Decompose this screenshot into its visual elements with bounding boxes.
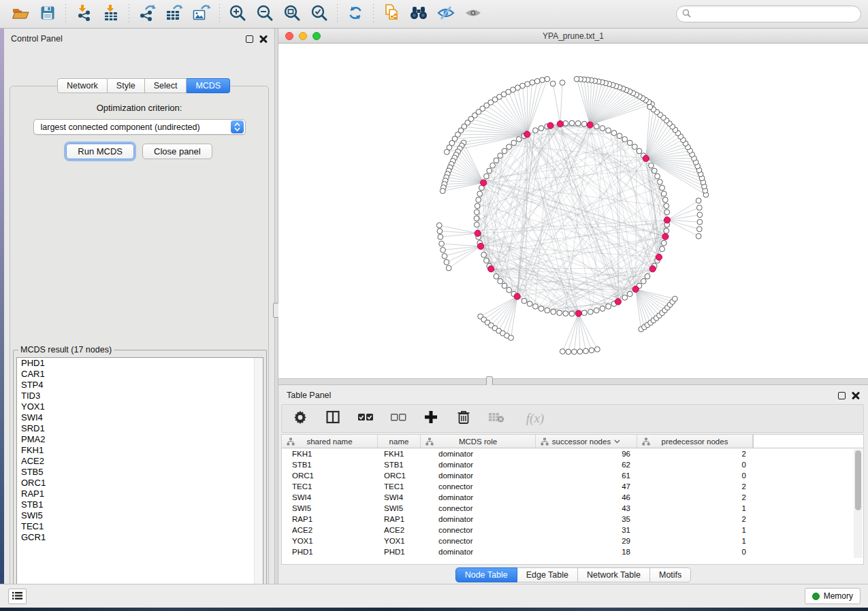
- unselect-all-button[interactable]: [389, 410, 407, 427]
- mcds-result-item[interactable]: GCR1: [17, 532, 263, 543]
- graph-node[interactable]: [600, 306, 605, 312]
- graph-mcds-node[interactable]: [643, 155, 649, 161]
- graph-node[interactable]: [574, 76, 579, 82]
- tab-node-table[interactable]: Node Table: [455, 567, 517, 582]
- graph-node[interactable]: [652, 168, 657, 174]
- graph-mcds-node[interactable]: [524, 131, 530, 137]
- table-row[interactable]: STB1STB1dominator620: [282, 459, 863, 470]
- delete-row-button[interactable]: [455, 410, 472, 427]
- mcds-result-item[interactable]: RAP1: [17, 489, 263, 499]
- graph-node[interactable]: [533, 128, 539, 133]
- graph-node[interactable]: [606, 303, 611, 309]
- graph-node[interactable]: [566, 349, 571, 354]
- graph-node[interactable]: [594, 124, 599, 129]
- graph-node[interactable]: [577, 349, 583, 354]
- graph-node[interactable]: [502, 148, 507, 154]
- float-panel-icon[interactable]: [838, 392, 846, 399]
- graph-node[interactable]: [569, 311, 575, 316]
- column-header-MCDS-role[interactable]: MCDS role: [421, 435, 536, 448]
- table-row[interactable]: SWI4SWI4dominator462: [282, 492, 863, 503]
- mcds-result-item[interactable]: STB1: [17, 499, 263, 510]
- graph-node[interactable]: [540, 78, 545, 83]
- graph-mcds-node[interactable]: [557, 120, 563, 127]
- graph-node[interactable]: [444, 149, 449, 154]
- column-header-shared-name[interactable]: shared name: [282, 435, 378, 448]
- optimization-criterion-dropdown[interactable]: largest connected component (undirected): [33, 119, 246, 135]
- graph-node[interactable]: [490, 163, 496, 168]
- close-panel-icon[interactable]: [259, 35, 268, 43]
- graph-node[interactable]: [697, 212, 703, 218]
- column-header-predecessor-nodes[interactable]: predecessor nodes: [637, 435, 753, 448]
- graph-node[interactable]: [516, 137, 521, 142]
- graph-node[interactable]: [589, 348, 594, 353]
- show-all-button[interactable]: [460, 3, 487, 26]
- graph-node[interactable]: [581, 310, 587, 316]
- graph-node[interactable]: [569, 120, 575, 126]
- graph-node[interactable]: [494, 158, 499, 163]
- graph-node[interactable]: [660, 246, 665, 252]
- graph-node[interactable]: [611, 131, 617, 136]
- graph-mcds-node[interactable]: [488, 266, 494, 272]
- graph-node[interactable]: [440, 247, 446, 252]
- run-mcds-button[interactable]: Run MCDS: [66, 144, 134, 159]
- graph-node[interactable]: [509, 335, 514, 341]
- horizontal-splitter[interactable]: [278, 378, 868, 385]
- graph-node[interactable]: [600, 126, 605, 131]
- graph-mcds-node[interactable]: [632, 286, 639, 292]
- graph-node[interactable]: [622, 137, 628, 142]
- network-view-canvas[interactable]: [278, 44, 868, 378]
- graph-node[interactable]: [575, 120, 581, 126]
- tab-select[interactable]: Select: [145, 78, 187, 93]
- hide-selected-button[interactable]: [432, 3, 460, 26]
- graph-node[interactable]: [560, 80, 565, 86]
- graph-node[interactable]: [527, 301, 532, 307]
- find-button[interactable]: [405, 3, 432, 26]
- graph-mcds-node[interactable]: [481, 180, 487, 186]
- graph-node[interactable]: [436, 222, 442, 228]
- graph-mcds-node[interactable]: [615, 299, 621, 305]
- tab-network-table[interactable]: Network Table: [578, 567, 650, 582]
- graph-node[interactable]: [655, 174, 660, 179]
- list-scrollbar[interactable]: [254, 358, 263, 596]
- graph-node[interactable]: [484, 174, 489, 179]
- graph-node[interactable]: [560, 349, 565, 354]
- mcds-result-item[interactable]: YOX1: [17, 401, 263, 412]
- graph-node[interactable]: [539, 306, 544, 312]
- select-all-button[interactable]: [357, 410, 374, 427]
- graph-node[interactable]: [498, 153, 503, 159]
- show-columns-button[interactable]: [324, 410, 342, 427]
- zoom-selected-button[interactable]: [306, 3, 333, 26]
- export-network-button[interactable]: [133, 3, 161, 26]
- tab-mcds[interactable]: MCDS: [187, 78, 230, 93]
- close-panel-button[interactable]: Close panel: [142, 144, 212, 159]
- graph-node[interactable]: [474, 222, 479, 227]
- table-row[interactable]: ACE2ACE2connector311: [282, 525, 863, 535]
- mcds-result-item[interactable]: STB5: [17, 467, 263, 478]
- mcds-result-item[interactable]: SRD1: [17, 423, 263, 434]
- graph-node[interactable]: [474, 216, 479, 221]
- graph-node[interactable]: [545, 308, 550, 313]
- mcds-result-list[interactable]: PHD1CAR1STP4TID3YOX1SWI4SRD1PMA2FKH1ACE2…: [16, 357, 263, 597]
- add-row-button[interactable]: [422, 410, 440, 427]
- graph-node[interactable]: [521, 298, 527, 303]
- graph-node[interactable]: [481, 252, 487, 258]
- graph-mcds-node[interactable]: [575, 310, 581, 316]
- clone-network-button[interactable]: [378, 3, 405, 26]
- graph-node[interactable]: [563, 311, 568, 316]
- graph-node[interactable]: [487, 168, 492, 174]
- graph-node[interactable]: [627, 291, 632, 297]
- graph-node[interactable]: [494, 274, 499, 279]
- tab-edge-table[interactable]: Edge Table: [517, 567, 578, 582]
- graph-node[interactable]: [664, 228, 669, 233]
- graph-node[interactable]: [476, 197, 481, 203]
- column-header-name[interactable]: name: [378, 435, 421, 448]
- graph-node[interactable]: [594, 346, 600, 352]
- mcds-result-item[interactable]: STP4: [17, 380, 263, 391]
- graph-node[interactable]: [525, 82, 530, 87]
- graph-mcds-node[interactable]: [649, 266, 656, 272]
- graph-node[interactable]: [484, 258, 489, 263]
- graph-node[interactable]: [641, 278, 646, 284]
- graph-node[interactable]: [446, 265, 451, 271]
- graph-node[interactable]: [661, 240, 666, 246]
- network-graph[interactable]: [278, 44, 868, 378]
